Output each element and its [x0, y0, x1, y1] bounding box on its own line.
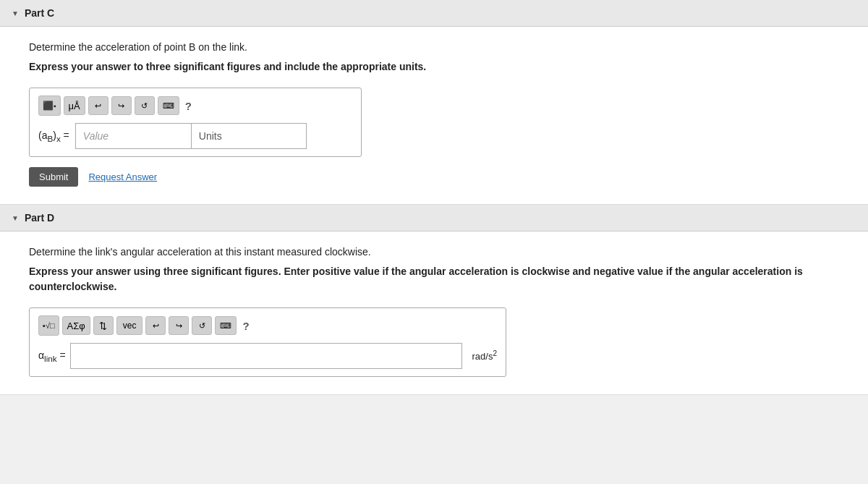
part-c-action-row: Submit Request Answer	[29, 167, 839, 187]
part-c-chevron-icon[interactable]: ▼	[12, 9, 19, 17]
part-d-arrows-icon: ⇅	[99, 320, 107, 331]
part-c-value-input[interactable]	[75, 123, 191, 149]
part-c-section: ▼ Part C Determine the acceleration of p…	[0, 0, 868, 205]
part-d-arrows-btn[interactable]: ⇅	[93, 316, 114, 335]
part-c-toolbar: ⬛▪ μÅ ↩ ↪ ↺ ⌨	[38, 95, 352, 116]
part-d-keyboard-icon: ⌨	[220, 321, 231, 331]
part-c-help-btn[interactable]: ?	[185, 100, 192, 112]
part-d-instruction1: Determine the link's angular acceleratio…	[29, 245, 839, 260]
part-d-answer-box: ▪√□ ΑΣφ ⇅ vec ↩ ↪	[29, 307, 506, 377]
part-d-greek-btn[interactable]: ΑΣφ	[62, 316, 90, 335]
part-c-redo-icon: ↪	[118, 101, 124, 111]
part-d-vec-btn[interactable]: vec	[116, 316, 143, 335]
part-d-omega-input[interactable]	[70, 343, 462, 369]
part-d-body: Determine the link's angular acceleratio…	[0, 232, 868, 394]
part-d-chevron-icon[interactable]: ▼	[12, 214, 19, 222]
part-c-instruction2: Express your answer to three significant…	[29, 59, 839, 75]
part-d-omega-row: αlink = rad/s2	[38, 343, 497, 369]
part-c-undo-btn[interactable]: ↩	[88, 96, 109, 115]
part-d-refresh-btn[interactable]: ↺	[192, 316, 212, 335]
part-c-submit-button[interactable]: Submit	[29, 167, 78, 187]
part-c-answer-box: ⬛▪ μÅ ↩ ↪ ↺ ⌨	[29, 88, 362, 157]
part-d-undo-btn[interactable]: ↩	[145, 316, 166, 335]
part-c-mu-btn[interactable]: μÅ	[64, 96, 85, 115]
part-d-omega-label: αlink =	[38, 349, 66, 363]
part-c-header: ▼ Part C	[0, 0, 868, 27]
part-c-units-input[interactable]	[191, 123, 307, 149]
part-c-input-label: (aB)x =	[38, 130, 69, 143]
part-c-request-answer-link[interactable]: Request Answer	[88, 171, 157, 182]
part-d-greek-label: ΑΣφ	[67, 320, 85, 331]
part-c-input-row: (aB)x =	[38, 123, 352, 149]
part-d-refresh-icon: ↺	[199, 321, 205, 331]
part-c-body: Determine the acceleration of point B on…	[0, 27, 868, 204]
part-d-format-group[interactable]: ▪√□	[38, 315, 59, 336]
part-d-redo-btn[interactable]: ↪	[169, 316, 189, 335]
part-d-redo-icon: ↪	[176, 321, 182, 331]
part-d-section: ▼ Part D Determine the link's angular ac…	[0, 205, 868, 395]
part-c-refresh-btn[interactable]: ↺	[135, 96, 155, 115]
part-c-format-group[interactable]: ⬛▪	[38, 95, 61, 116]
page: ▼ Part C Determine the acceleration of p…	[0, 0, 868, 484]
part-d-matrix-btn[interactable]: ▪√□	[39, 316, 59, 335]
part-c-refresh-icon: ↺	[141, 101, 148, 111]
part-d-help-btn[interactable]: ?	[242, 320, 249, 332]
part-d-unit-label: rad/s2	[472, 349, 497, 362]
part-d-toolbar: ▪√□ ΑΣφ ⇅ vec ↩ ↪	[38, 315, 497, 336]
part-c-undo-icon: ↩	[95, 101, 101, 111]
part-d-vec-label: vec	[123, 320, 137, 331]
part-c-mu-label: μÅ	[69, 101, 80, 111]
part-c-keyboard-btn[interactable]: ⌨	[158, 96, 179, 115]
part-c-keyboard-icon: ⌨	[163, 101, 174, 111]
part-d-title: Part D	[25, 212, 54, 224]
part-d-header: ▼ Part D	[0, 205, 868, 232]
part-c-instruction1: Determine the acceleration of point B on…	[29, 40, 839, 55]
part-d-instruction2: Express your answer using three signific…	[29, 264, 839, 294]
part-d-undo-icon: ↩	[153, 321, 159, 331]
part-c-format-btn1[interactable]: ⬛▪	[39, 96, 60, 115]
part-d-keyboard-btn[interactable]: ⌨	[215, 316, 237, 335]
part-c-redo-btn[interactable]: ↪	[111, 96, 132, 115]
part-c-title: Part C	[25, 7, 54, 19]
